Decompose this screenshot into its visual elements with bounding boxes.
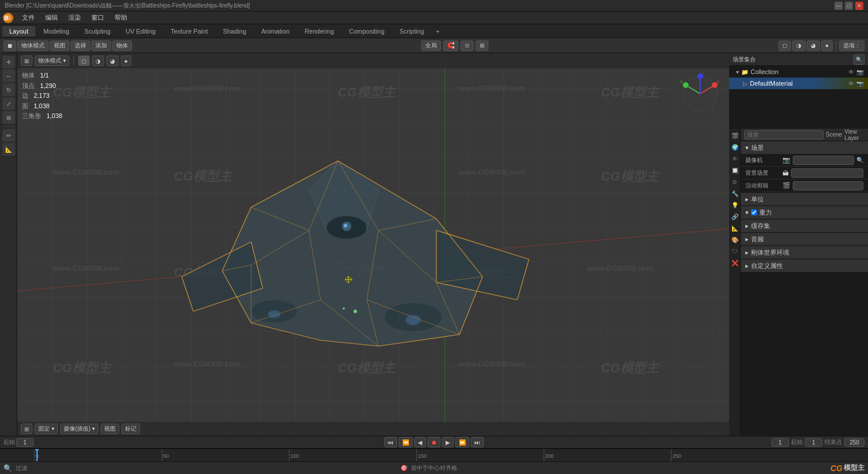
outliner-filter-button[interactable]: 🔍 — [854, 54, 865, 65]
collection-visibility-icon[interactable]: 👁 — [848, 69, 854, 75]
timeline-track[interactable]: 0 50 100 150 200 250 — [0, 449, 868, 461]
solid-shading-button[interactable]: ◑ — [792, 41, 806, 51]
tab-uv-editing[interactable]: UV Editing — [119, 26, 163, 36]
jump-to-end-button[interactable]: ⏭ — [471, 437, 484, 447]
maximize-button[interactable]: □ — [845, 2, 853, 10]
rigid-body-section-header[interactable]: ▸ 刚体世界环境 — [741, 246, 868, 259]
solid-mode-btn[interactable]: ◑ — [92, 56, 104, 66]
world-properties-icon[interactable]: 🌍 — [730, 142, 740, 152]
transform-tool[interactable]: ⊞ — [2, 111, 15, 124]
gravity-section-header[interactable]: ▾ 重力 — [741, 206, 868, 219]
rendered-shading-button[interactable]: ● — [821, 41, 833, 51]
snap-toggle[interactable]: 🧲 — [443, 41, 458, 51]
end-frame-input[interactable]: 250 — [844, 438, 865, 447]
scene-properties-icon[interactable]: 🎬 — [730, 131, 740, 140]
material-shading-button[interactable]: ◕ — [807, 41, 820, 51]
proportional-edit-toggle[interactable]: ⊙ — [461, 41, 473, 51]
jump-to-start-button[interactable]: ⏮ — [384, 437, 397, 447]
bg-scene-value[interactable] — [791, 168, 863, 178]
marker-menu[interactable]: 标记 — [122, 424, 140, 434]
view-menu-button[interactable]: 视图 — [50, 41, 69, 51]
scene-section-header[interactable]: ▾ 场景 — [741, 141, 868, 154]
transform-pivot-button[interactable]: 全局 — [421, 41, 441, 51]
data-properties-icon[interactable]: 📐 — [730, 223, 740, 233]
wireframe-shading-button[interactable]: ◻ — [778, 41, 791, 51]
play-button[interactable]: ▶ — [442, 437, 454, 447]
object-visibility-icon[interactable]: 👁 — [848, 80, 854, 87]
viewport-mode-display[interactable]: 物体模式 ▾ — [35, 56, 69, 66]
tab-animation[interactable]: Animation — [255, 26, 297, 36]
material-mode-btn[interactable]: ◕ — [106, 56, 119, 66]
menu-window[interactable]: 窗口 — [87, 12, 109, 23]
gravity-enabled-checkbox[interactable] — [751, 210, 757, 215]
rendered-mode-btn[interactable]: ● — [121, 56, 131, 66]
menu-help[interactable]: 帮助 — [110, 12, 132, 23]
object-properties-icon[interactable]: 🔲 — [730, 166, 740, 175]
3d-viewport[interactable]: CG模型主 www.CGMXW.com CG模型主 www.CGMXW.com … — [17, 53, 729, 436]
annotate-tool[interactable]: ✏ — [2, 129, 15, 142]
prev-frame-button[interactable]: ◀ — [414, 437, 426, 447]
current-frame-display[interactable]: 1 — [771, 438, 789, 447]
next-frame-button[interactable]: ⏩ — [455, 437, 469, 447]
object-menu-button[interactable]: 物体 — [112, 41, 132, 51]
viewport-editor-type[interactable]: ⊞ — [21, 56, 32, 66]
tab-rendering[interactable]: Rendering — [297, 26, 341, 36]
camera-picker-icon[interactable]: 🔍 — [856, 157, 863, 163]
material-properties-icon[interactable]: 🎨 — [730, 235, 740, 244]
units-section-header[interactable]: ▸ 单位 — [741, 193, 868, 205]
move-tool[interactable]: ↔ — [2, 69, 15, 82]
view-menu[interactable]: 视图 — [101, 424, 119, 434]
fixed-mode[interactable]: 固定 ▾ — [35, 424, 58, 434]
custom-props-section-header[interactable]: ▸ 自定义属性 — [741, 259, 868, 272]
physics-properties-icon[interactable]: 💡 — [730, 200, 740, 210]
tab-texture-paint[interactable]: Texture Paint — [164, 26, 215, 36]
modifier-properties-icon[interactable]: ⚙ — [730, 177, 740, 186]
outliner-item-collection[interactable]: ▾ 📁 Collection 👁 📷 — [729, 66, 868, 78]
show-gizmos-button[interactable]: ⊞ — [476, 41, 488, 51]
camera-value[interactable] — [793, 156, 854, 165]
add-workspace-button[interactable]: + — [432, 26, 443, 36]
viewport-gizmo[interactable]: X Y Z — [677, 71, 723, 117]
tab-compositing[interactable]: Compositing — [342, 26, 391, 36]
object-render-icon[interactable]: 📷 — [856, 80, 863, 87]
add-menu-button[interactable]: 添加 — [91, 41, 111, 51]
cursor-tool[interactable]: ✛ — [2, 56, 15, 68]
menu-render[interactable]: 渲染 — [64, 12, 86, 23]
collection-render-icon[interactable]: 📷 — [856, 69, 863, 75]
object-mode-button[interactable]: 物体模式 — [17, 41, 49, 51]
minimize-button[interactable]: — — [834, 2, 843, 10]
tab-shading[interactable]: Shading — [216, 26, 253, 36]
clip-value[interactable] — [793, 181, 863, 190]
wireframe-mode-btn[interactable]: ◻ — [78, 56, 90, 66]
tab-scripting[interactable]: Scripting — [392, 26, 431, 36]
tab-modeling[interactable]: Modeling — [36, 26, 76, 36]
render-properties-icon[interactable]: 🛡 — [730, 247, 740, 256]
menu-edit[interactable]: 编辑 — [41, 12, 62, 23]
output-properties-icon[interactable]: ❌ — [730, 258, 740, 267]
menu-file[interactable]: 文件 — [17, 12, 39, 23]
camera-interpolation[interactable]: 摄像(插值) ▾ — [60, 424, 98, 434]
tab-sculpting[interactable]: Sculpting — [78, 26, 117, 36]
select-mode-toggle[interactable]: ◼ — [3, 41, 16, 51]
cache-section-header[interactable]: ▸ 缓存集 — [741, 219, 868, 232]
constraints-properties-icon[interactable]: 🔗 — [730, 212, 740, 221]
timeline-playback-controls: ⏮ ⏪ ◀ ⏺ ▶ ⏩ ⏭ — [384, 437, 484, 447]
prev-keyframe-button[interactable]: ⏪ — [399, 437, 413, 447]
select-menu-button[interactable]: 选择 — [71, 41, 90, 51]
particles-properties-icon[interactable]: 🔧 — [730, 189, 740, 198]
fps-value[interactable]: 1 — [805, 438, 822, 447]
start-frame-input[interactable]: 1 — [16, 438, 34, 447]
properties-search-input[interactable] — [744, 130, 823, 139]
view-layer-icon[interactable]: 👁 — [730, 154, 740, 163]
timeline-editor-type[interactable]: ⊞ — [21, 424, 32, 434]
options-button[interactable]: 选项： — [839, 41, 865, 51]
rotate-tool[interactable]: ↻ — [2, 83, 15, 96]
close-button[interactable]: ✕ — [855, 2, 863, 10]
outliner-item-default-material[interactable]: ▷ DefaultMaterial 👁 📷 — [729, 78, 868, 89]
measure-tool[interactable]: 📐 — [2, 143, 15, 156]
properties-header: Scene View Layer — [741, 128, 868, 141]
audio-section-header[interactable]: ▸ 音频 — [741, 233, 868, 245]
scale-tool[interactable]: ⤢ — [2, 97, 15, 110]
record-button[interactable]: ⏺ — [428, 437, 440, 447]
tab-layout[interactable]: Layout — [2, 26, 35, 36]
